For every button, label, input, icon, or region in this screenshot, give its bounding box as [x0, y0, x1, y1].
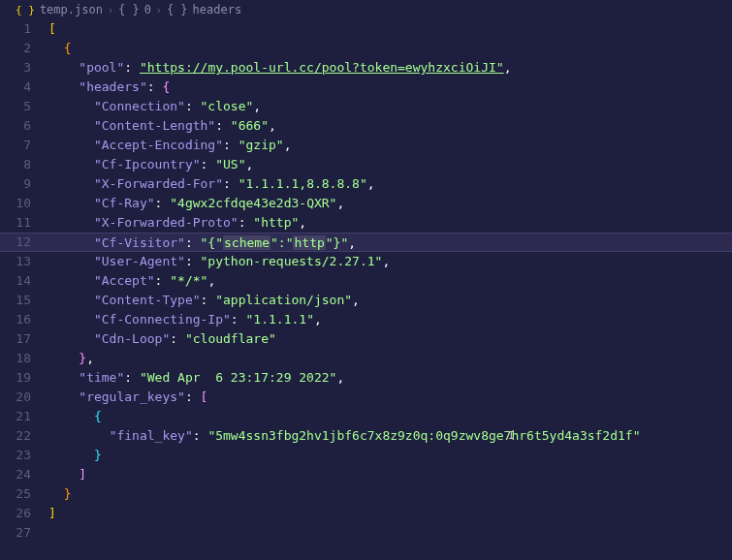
- code-line-active: "Cf-Visitor": "{"scheme":"http"}",: [0, 233, 732, 252]
- code-line: "Cf-Connecting-Ip": "1.1.1.1",: [48, 310, 732, 329]
- code-line: "X-Forwarded-For": "1.1.1.1,8.8.8.8",: [48, 174, 732, 194]
- chevron-right-icon: ›: [108, 5, 113, 16]
- code-area[interactable]: [ { "pool": "https://my.pool-url.cc/pool…: [48, 19, 732, 543]
- code-line: "Content-Length": "666",: [48, 116, 732, 136]
- code-line: "User-Agent": "python-requests/2.27.1",: [48, 252, 732, 271]
- code-line: [48, 523, 732, 543]
- code-line: {: [48, 39, 732, 58]
- code-line: "pool": "https://my.pool-url.cc/pool?tok…: [48, 58, 732, 78]
- code-line: "Cf-Ray": "4gwx2cfdqe43e2d3-QXR",: [48, 194, 732, 213]
- code-line: ]: [48, 465, 732, 484]
- code-line: "Content-Type": "application/json",: [48, 291, 732, 310]
- code-line: }: [48, 484, 732, 504]
- breadcrumb[interactable]: { } temp.json › { } 0 › { } headers: [0, 0, 732, 19]
- code-line: "final_key": "5mw4ssn3fbg2hv1jbf6c7x8z9z…: [48, 426, 732, 446]
- code-line: "Accept-Encoding": "gzip",: [48, 136, 732, 155]
- code-line: ]: [48, 504, 732, 523]
- code-line: "regular_keys": [: [48, 388, 732, 407]
- json-file-icon: { }: [16, 4, 35, 16]
- code-line: "Connection": "close",: [48, 97, 732, 116]
- breadcrumb-filename[interactable]: temp.json: [40, 3, 103, 16]
- code-line: "time": "Wed Apr 6 23:17:29 2022",: [48, 368, 732, 388]
- code-line: },: [48, 349, 732, 368]
- code-line: "headers": {: [48, 78, 732, 97]
- code-line: "Cf-Ipcountry": "US",: [48, 155, 732, 174]
- code-line: [: [48, 19, 732, 39]
- code-line: "Cdn-Loop": "cloudflare": [48, 329, 732, 349]
- breadcrumb-path-headers[interactable]: headers: [193, 3, 242, 16]
- line-number-gutter: 1234567891011121314151617181920212223242…: [0, 19, 48, 543]
- text-cursor-icon: I: [508, 426, 515, 446]
- code-line: }: [48, 446, 732, 465]
- code-line: "Accept": "*/*",: [48, 271, 732, 291]
- code-editor[interactable]: 1234567891011121314151617181920212223242…: [0, 19, 732, 543]
- breadcrumb-path-0[interactable]: 0: [144, 3, 151, 16]
- braces-icon: { }: [167, 3, 188, 16]
- code-line: "X-Forwarded-Proto": "http",: [48, 213, 732, 233]
- code-line: {: [48, 407, 732, 426]
- braces-icon: { }: [118, 3, 140, 16]
- chevron-right-icon: ›: [156, 5, 162, 16]
